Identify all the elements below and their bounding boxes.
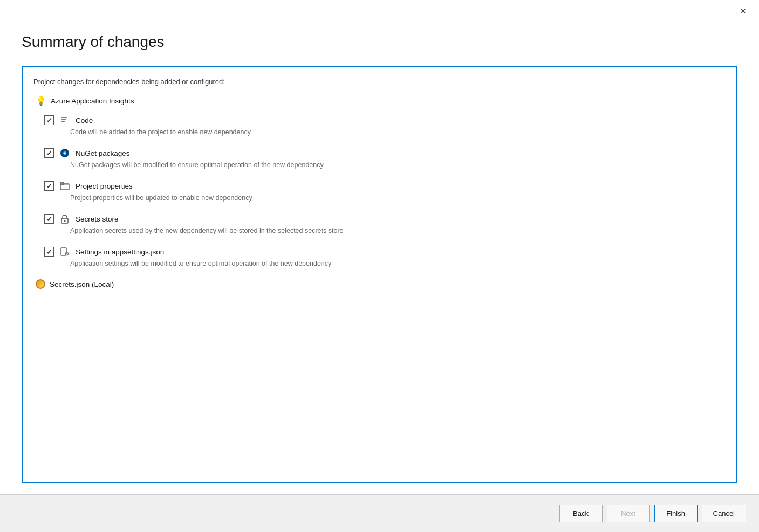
change-item-project-props: Project properties Project properties wi… <box>33 181 736 202</box>
changes-box: Project changes for dependencies being a… <box>22 66 737 483</box>
lightbulb-icon: 💡 <box>36 95 46 106</box>
change-item-appsettings: Settings in appsettings.json Application… <box>33 246 736 267</box>
change-item-code-header: Code <box>44 115 736 126</box>
checkbox-code[interactable] <box>44 115 54 125</box>
svg-point-12 <box>66 253 67 254</box>
page-title: Summary of changes <box>22 33 737 51</box>
svg-point-9 <box>64 220 66 222</box>
change-item-project-props-header: Project properties <box>44 181 736 191</box>
section-title-azure: Azure Application Insights <box>51 97 134 105</box>
section-header-azure: 💡 Azure Application Insights <box>33 95 736 106</box>
changes-scroll[interactable]: Project changes for dependencies being a… <box>23 67 736 482</box>
checkbox-secrets[interactable] <box>44 214 54 224</box>
change-item-nuget: NuGet packages NuGet packages will be mo… <box>33 148 736 169</box>
code-icon <box>59 115 70 126</box>
gear-doc-icon <box>59 246 70 257</box>
folder-icon <box>59 181 70 191</box>
change-item-code: Code Code will be added to the project t… <box>33 115 736 136</box>
footer-bar: Back Next Finish Cancel <box>0 494 759 532</box>
cancel-button[interactable]: Cancel <box>702 505 746 522</box>
title-bar: × <box>0 0 759 23</box>
project-props-description: Project properties will be updated to en… <box>44 194 736 202</box>
secrets-label: Secrets store <box>76 215 119 223</box>
appsettings-label: Settings in appsettings.json <box>76 248 164 256</box>
finish-button[interactable]: Finish <box>654 505 698 522</box>
secrets-description: Application secrets used by the new depe… <box>44 227 736 234</box>
change-item-nuget-header: NuGet packages <box>44 148 736 158</box>
close-button[interactable]: × <box>736 4 750 18</box>
code-label: Code <box>76 116 93 125</box>
nuget-label: NuGet packages <box>76 149 130 157</box>
main-content: Summary of changes Project changes for d… <box>0 23 759 494</box>
section-title-secrets-json: Secrets.json (Local) <box>50 280 114 288</box>
intro-text: Project changes for dependencies being a… <box>33 78 736 86</box>
change-item-secrets: Secrets store Application secrets used b… <box>33 213 736 234</box>
change-item-appsettings-header: Settings in appsettings.json <box>44 246 736 257</box>
code-description: Code will be added to the project to ena… <box>44 128 736 136</box>
appsettings-description: Application settings will be modified to… <box>44 260 736 267</box>
back-button[interactable]: Back <box>559 505 603 522</box>
nuget-description: NuGet packages will be modified to ensur… <box>44 161 736 169</box>
checkbox-nuget[interactable] <box>44 148 54 158</box>
project-props-label: Project properties <box>76 182 133 190</box>
next-button[interactable]: Next <box>607 505 650 522</box>
section-header-secrets-json: Secrets.json (Local) <box>33 279 736 289</box>
lock-icon <box>59 213 70 224</box>
svg-point-5 <box>64 153 66 154</box>
globe-icon <box>36 279 45 289</box>
checkbox-appsettings[interactable] <box>44 247 54 257</box>
nuget-icon <box>59 148 70 158</box>
change-item-secrets-header: Secrets store <box>44 213 736 224</box>
checkbox-project-props[interactable] <box>44 181 54 191</box>
